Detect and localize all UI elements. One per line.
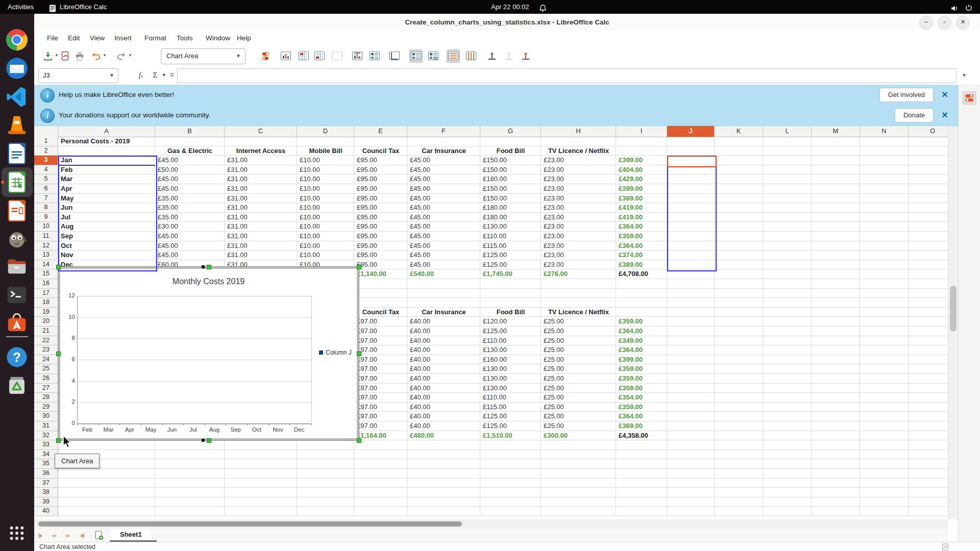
menu-insert[interactable]: Insert <box>110 31 136 46</box>
chrome-icon[interactable] <box>5 28 29 52</box>
selection-handle[interactable] <box>56 265 61 269</box>
cell-H25[interactable]: £25.00 <box>541 365 619 374</box>
cell-B9[interactable]: £35.00 <box>155 213 227 222</box>
row-header-24[interactable]: 24 <box>34 355 58 365</box>
cell-F2[interactable]: Car Insurance <box>407 147 480 156</box>
cell-E32[interactable]: £1,164.00 <box>354 432 410 441</box>
column-header-B[interactable]: B <box>155 126 225 137</box>
cell-E15[interactable]: £1,140.00 <box>354 270 410 279</box>
cell-I22[interactable]: £349.00 <box>616 337 670 346</box>
row-header-38[interactable]: 38 <box>34 488 58 497</box>
close-icon[interactable]: ✕ <box>939 89 951 101</box>
cell-H26[interactable]: £25.00 <box>541 374 619 384</box>
menu-format[interactable]: Format <box>140 31 171 46</box>
data-in-rows-settings-button[interactable] <box>447 49 460 63</box>
row-header-11[interactable]: 11 <box>34 232 58 241</box>
row-header-20[interactable]: 20 <box>34 317 58 327</box>
cell-H8[interactable]: £23.00 <box>541 204 619 213</box>
cell-F12[interactable]: £45.00 <box>407 242 483 251</box>
vertical-scrollbar[interactable] <box>948 126 959 519</box>
cell-E14[interactable]: £95.00 <box>354 261 410 270</box>
cell-E9[interactable]: £95.00 <box>354 213 410 222</box>
row-header-30[interactable]: 30 <box>34 412 58 421</box>
menu-tools[interactable]: Tools <box>172 31 198 46</box>
cell-D2[interactable]: Mobile Bill <box>297 147 354 156</box>
cell-H32[interactable]: £300.00 <box>541 432 619 441</box>
format-selection-button[interactable] <box>259 49 272 63</box>
column-header-H[interactable]: H <box>541 126 616 137</box>
row-header-27[interactable]: 27 <box>34 384 58 393</box>
cell-G32[interactable]: £1,510.00 <box>480 432 544 441</box>
cell-E24[interactable]: £97.00 <box>354 356 410 365</box>
close-icon[interactable]: ✕ <box>939 109 951 121</box>
cell-I5[interactable]: £429.00 <box>616 175 670 184</box>
row-header-13[interactable]: 13 <box>34 251 58 260</box>
impress-icon[interactable] <box>5 199 29 222</box>
cell-H7[interactable]: £23.00 <box>541 194 619 204</box>
row-header-10[interactable]: 10 <box>34 222 58 232</box>
cell-I21[interactable]: £364.00 <box>616 327 670 336</box>
cell-B3[interactable]: £45.00 <box>155 156 227 165</box>
cell-E19[interactable]: Council Tax <box>354 308 407 317</box>
cell-D13[interactable]: £10.00 <box>297 251 357 260</box>
row-header-17[interactable]: 17 <box>34 289 58 298</box>
cell-E21[interactable]: £97.00 <box>354 327 410 336</box>
cell-F24[interactable]: £40.00 <box>407 356 483 365</box>
cell-E23[interactable]: £97.00 <box>354 346 410 355</box>
cell-G11[interactable]: £110.00 <box>480 232 544 241</box>
row-header-1[interactable]: 1 <box>34 137 58 146</box>
cell-G5[interactable]: £180.00 <box>480 175 544 184</box>
cell-C9[interactable]: £31.00 <box>225 213 300 222</box>
cell-D4[interactable]: £10.00 <box>297 166 357 175</box>
cell-F10[interactable]: £45.00 <box>407 222 483 232</box>
add-sheet-icon[interactable] <box>94 531 104 542</box>
trash-icon[interactable] <box>5 374 29 397</box>
cell-H13[interactable]: £23.00 <box>541 251 619 260</box>
cell-I12[interactable]: £364.00 <box>616 242 670 251</box>
window-title-bar[interactable]: Create_column_charts_using_statistics.xl… <box>34 14 980 31</box>
cell-F19[interactable]: Car Insurance <box>407 308 480 317</box>
cell-G22[interactable]: £110.00 <box>480 337 544 346</box>
column-header-O[interactable]: O <box>909 126 948 137</box>
cell-D7[interactable]: £10.00 <box>297 194 357 204</box>
cell-E3[interactable]: £95.00 <box>354 156 410 165</box>
row-header-40[interactable]: 40 <box>34 507 58 516</box>
cell-F6[interactable]: £45.00 <box>407 185 483 194</box>
show-apps-icon[interactable] <box>5 521 29 545</box>
row-header-3[interactable]: 3 <box>34 156 58 165</box>
cell-H30[interactable]: £25.00 <box>541 412 619 421</box>
data-in-rows-button[interactable] <box>427 49 440 63</box>
bell-icon[interactable] <box>539 3 547 17</box>
cell-F21[interactable]: £40.00 <box>407 327 483 336</box>
cell-H24[interactable]: £25.00 <box>541 356 619 365</box>
cell-G2[interactable]: Food Bill <box>480 147 541 156</box>
calc-icon[interactable] <box>5 170 29 194</box>
cell-I23[interactable]: £364.00 <box>616 346 670 355</box>
cell-E11[interactable]: £95.00 <box>354 232 410 241</box>
cell-F5[interactable]: £45.00 <box>407 175 483 184</box>
cell-F7[interactable]: £45.00 <box>407 194 483 204</box>
cell-I6[interactable]: £399.00 <box>616 185 670 194</box>
row-header-29[interactable]: 29 <box>34 403 58 412</box>
cell-E22[interactable]: £97.00 <box>354 337 410 346</box>
row-header-31[interactable]: 31 <box>34 421 58 431</box>
cell-H10[interactable]: £23.00 <box>541 222 619 232</box>
donate-button[interactable]: Donate <box>895 108 934 122</box>
cell-C3[interactable]: £31.00 <box>225 156 300 165</box>
cell-H19[interactable]: TV Licence / Netflix <box>541 308 616 317</box>
cell-D6[interactable]: £10.00 <box>297 185 357 194</box>
cell-D10[interactable]: £10.00 <box>297 222 357 232</box>
cell-E6[interactable]: £95.00 <box>354 185 410 194</box>
horizontal-scrollbar[interactable] <box>34 519 948 529</box>
cell-I27[interactable]: £359.00 <box>616 384 670 393</box>
previous-sheet-icon[interactable]: ◂◂ <box>52 529 55 542</box>
row-header-7[interactable]: 7 <box>34 194 58 204</box>
titles-button[interactable] <box>351 49 364 63</box>
sheet-tab-sheet1[interactable]: Sheet1 <box>111 529 151 541</box>
cell-A10[interactable]: Aug <box>58 222 158 232</box>
cell-I10[interactable]: £364.00 <box>616 222 670 232</box>
cell-A5[interactable]: Mar <box>58 175 158 184</box>
active-cell-border-j3[interactable] <box>667 156 717 167</box>
cell-H4[interactable]: £23.00 <box>541 166 619 175</box>
select-all-corner[interactable] <box>34 126 58 137</box>
